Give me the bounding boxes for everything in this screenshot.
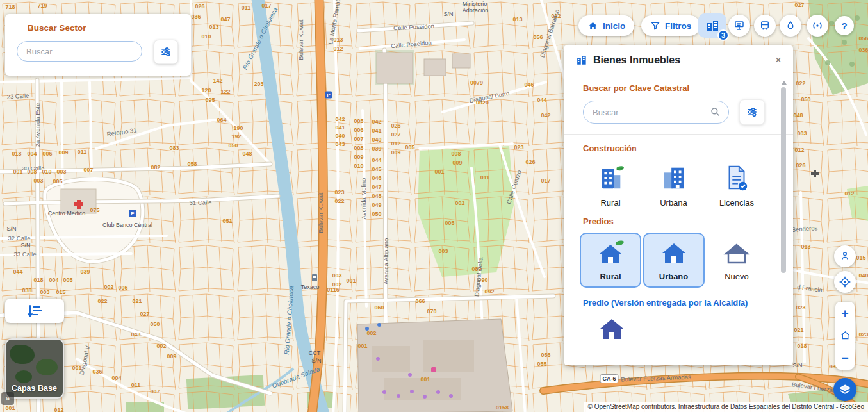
help-button[interactable]: ?	[835, 16, 854, 35]
buscar-sector-panel: Buscar Sector	[5, 14, 191, 76]
predio-urbano-label: Urbano	[659, 272, 689, 281]
capas-base-switcher[interactable]: Capas Base	[5, 338, 64, 399]
sector-filter-button[interactable]	[154, 40, 178, 64]
construccion-rural-label: Rural	[600, 198, 620, 208]
bienes-inmuebles-panel: Bienes Inmuebles × Buscar por Clave Cata…	[564, 45, 793, 365]
layers-icon	[839, 383, 851, 396]
locate-me-button[interactable]	[834, 271, 856, 293]
panel-scrollbar	[781, 81, 787, 356]
predio-alcaldia-section-label: Predio (Versión entregada por la Alcaldí…	[583, 298, 782, 308]
zoom-home-button[interactable]	[835, 325, 855, 347]
sidebar-expander[interactable]: »	[1, 392, 14, 405]
close-icon[interactable]: ×	[775, 54, 782, 65]
inmuebles-count-badge: 3	[717, 29, 729, 41]
predio-nuevo-card[interactable]: Nuevo	[706, 233, 767, 288]
bienes-inmuebles-toolbar-button[interactable]: 3	[698, 13, 726, 38]
construccion-rural-item[interactable]: Rural	[580, 160, 641, 208]
pink-poi-icon	[431, 367, 436, 372]
layer-sort-button[interactable]	[5, 299, 64, 323]
construccion-urbana-item[interactable]: Urbana	[643, 160, 705, 208]
new-house-icon	[721, 240, 752, 268]
billboard-icon	[733, 20, 745, 31]
panel-header: Bienes Inmuebles ×	[564, 45, 793, 74]
map-attribution: © OpenStreetMap contributors. Infraestru…	[584, 402, 868, 412]
help-label: ?	[841, 21, 847, 31]
crosshair-icon	[839, 276, 851, 288]
filter-icon	[650, 21, 660, 31]
urban-buildings-icon	[659, 160, 689, 193]
sector-panel-title: Buscar Sector	[28, 23, 86, 33]
scrollbar-up-arrow[interactable]	[782, 81, 787, 85]
water-drop-icon	[785, 20, 796, 31]
street-view-button[interactable]	[834, 245, 856, 267]
water-tool-button[interactable]	[780, 15, 801, 37]
filtros-button[interactable]: Filtros	[641, 15, 700, 36]
zoom-out-button[interactable]: −	[835, 347, 855, 369]
layers-button[interactable]	[833, 378, 856, 401]
predio-rural-card[interactable]: Rural	[580, 233, 641, 288]
sort-layers-icon	[27, 304, 42, 318]
sliders-icon	[746, 106, 758, 119]
predio-rural-label: Rural	[600, 272, 621, 281]
predio-nuevo-label: Nuevo	[725, 272, 749, 281]
bus-icon	[759, 20, 771, 31]
clave-catastral-section-label: Buscar por Clave Catastral	[583, 83, 793, 93]
basemap-thumbnail	[10, 345, 35, 364]
construccion-urbana-label: Urbana	[660, 198, 687, 208]
zoom-control: + −	[835, 302, 855, 370]
antenna-icon	[811, 19, 824, 32]
blue-poi-icon	[377, 323, 381, 327]
sliders-icon	[160, 45, 172, 58]
rural-building-icon	[596, 160, 625, 193]
alcaldia-house-icon[interactable]	[596, 315, 628, 343]
license-document-icon	[722, 160, 751, 193]
antenna-tool-button[interactable]	[807, 15, 828, 37]
person-icon	[839, 251, 851, 262]
construccion-licencias-item[interactable]: Licencias	[706, 160, 767, 208]
construccion-section-label: Construcción	[583, 144, 793, 153]
sector-search-input[interactable]	[17, 41, 142, 62]
bus-tool-button[interactable]	[754, 15, 776, 37]
inicio-label: Inicio	[603, 21, 625, 31]
divider	[564, 74, 793, 74]
clave-catastral-search-input[interactable]	[583, 101, 729, 124]
home-icon	[840, 330, 851, 341]
panel-title: Bienes Inmuebles	[593, 54, 680, 66]
capas-base-label: Capas Base	[12, 384, 57, 393]
urban-house-icon	[659, 240, 689, 268]
billboard-tool-button[interactable]	[728, 15, 750, 37]
zoom-in-button[interactable]: +	[835, 302, 855, 324]
construccion-row: Rural Urbana	[564, 160, 793, 208]
predios-row: Rural Urbano Nuevo	[564, 233, 793, 288]
divider	[564, 134, 793, 135]
fuel-icon	[312, 274, 317, 281]
building-icon	[705, 18, 720, 33]
search-icon	[709, 106, 721, 118]
home-icon	[587, 21, 598, 31]
filtros-label: Filtros	[665, 21, 691, 31]
building-icon	[575, 54, 587, 66]
predios-section-label: Predios	[583, 217, 793, 226]
inicio-button[interactable]: Inicio	[578, 15, 634, 36]
blue-poi-icon	[365, 327, 369, 331]
clave-filter-button[interactable]	[739, 99, 765, 125]
predio-urbano-card[interactable]: Urbano	[643, 233, 705, 288]
rural-house-icon	[595, 240, 626, 268]
construccion-licencias-label: Licencias	[719, 198, 754, 208]
scrollbar-thumb[interactable]	[781, 87, 786, 273]
